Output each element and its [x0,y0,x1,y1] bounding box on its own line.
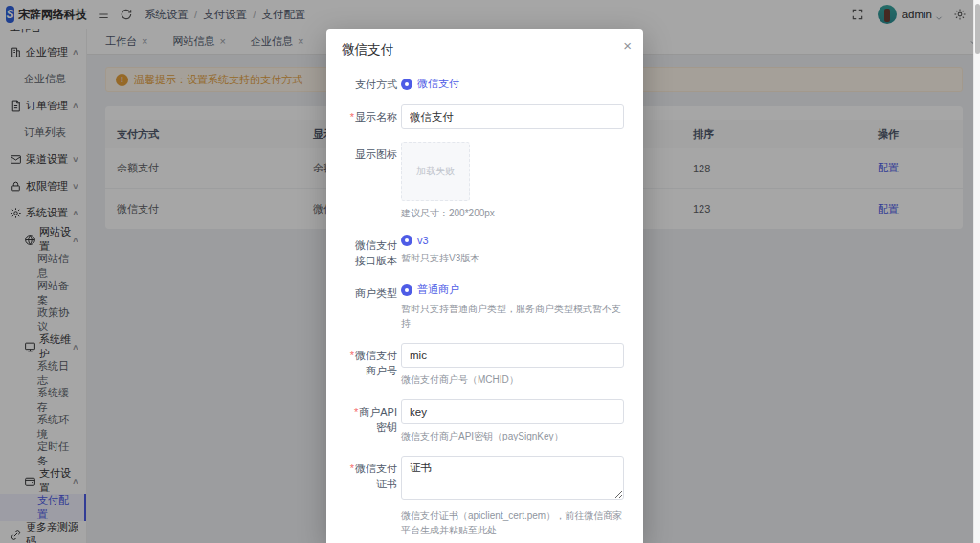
field-label: *商户API密钥 [349,399,397,443]
api-key-input[interactable] [401,399,624,424]
required-mark: * [350,463,354,474]
field-hint: 暂时只支持V3版本 [401,251,624,265]
radio-label: 微信支付 [417,77,459,91]
required-mark: * [350,350,354,361]
cert-textarea[interactable]: 证书 [401,456,624,500]
page-scrollbar[interactable] [973,0,980,543]
modal-body: 支付方式 微信支付 *显示名称 显示图标 加载失败 [326,66,643,543]
display-name-input[interactable] [401,104,624,129]
app-window: S 宋辞网络科技 系统设置 / 支付设置 / 支付配置 admin [0,0,980,543]
field-display-icon: 显示图标 加载失败 建议尺寸：200*200px [349,142,624,220]
scrollbar-thumb[interactable] [975,4,980,54]
field-label: *微信支付商户号 [349,343,397,387]
field-label: 商户类型 [349,281,397,330]
field-label: *微信支付证书 [349,456,397,537]
field-display-name: *显示名称 [349,104,624,129]
required-mark: * [354,406,358,418]
wechat-pay-modal: 微信支付 × 支付方式 微信支付 *显示名称 显示图标 [326,29,643,543]
icon-upload-box[interactable]: 加载失败 [401,142,470,201]
field-mchid: *微信支付商户号 微信支付商户号（MCHID） [349,343,624,387]
pay-method-radio[interactable]: 微信支付 [401,72,624,91]
field-api-key: *商户API密钥 微信支付商户API密钥（paySignKey） [349,399,624,443]
field-label: *显示名称 [349,104,397,129]
merchant-type-radio[interactable]: 普通商户 [401,281,624,297]
field-merchant-type: 商户类型 普通商户 暂时只支持普通商户类型，服务商户类型模式暂不支持 [349,281,624,330]
load-failed-text: 加载失败 [416,165,455,178]
api-version-radio[interactable]: v3 [401,233,624,246]
field-api-version: 微信支付接口版本 v3 暂时只支持V3版本 [349,233,624,268]
field-label: 微信支付接口版本 [349,233,397,268]
field-hint: 暂时只支持普通商户类型，服务商户类型模式暂不支持 [401,302,624,330]
radio-selected-icon[interactable] [401,79,412,90]
field-hint: 微信支付证书（apiclient_cert.pem），前往微信商家平台生成并粘贴… [401,509,624,537]
modal-header: 微信支付 × [326,29,643,66]
field-label: 显示图标 [349,142,397,220]
mchid-input[interactable] [401,343,624,368]
modal-title: 微信支付 [342,42,393,57]
close-icon[interactable]: × [623,38,632,53]
field-cert: *微信支付证书 证书 微信支付证书（apiclient_cert.pem），前往… [349,456,624,537]
radio-label: v3 [417,235,429,246]
radio-selected-icon[interactable] [401,235,412,246]
field-hint: 建议尺寸：200*200px [401,206,624,220]
field-label: 支付方式 [349,72,397,92]
radio-label: 普通商户 [417,283,459,297]
radio-selected-icon[interactable] [401,284,412,296]
field-hint: 微信支付商户API密钥（paySignKey） [401,429,624,443]
required-mark: * [350,111,354,123]
field-pay-method: 支付方式 微信支付 [349,72,624,92]
field-hint: 微信支付商户号（MCHID） [401,373,624,387]
